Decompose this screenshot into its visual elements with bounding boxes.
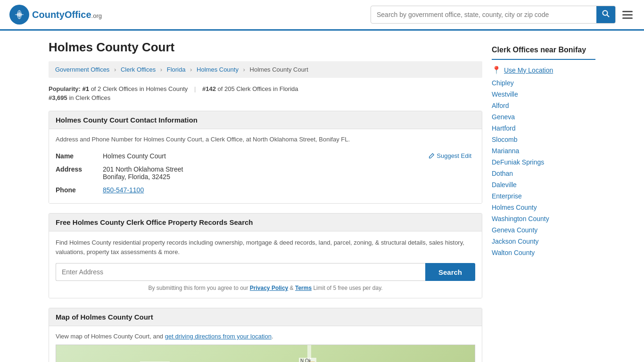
address-label: Address	[56, 163, 103, 183]
breadcrumb-holmes-county[interactable]: Holmes County	[197, 66, 239, 73]
global-search-input[interactable]	[371, 7, 596, 22]
use-my-location-link[interactable]: Use My Location	[504, 66, 553, 74]
map-marker: ▼	[307, 359, 317, 362]
sidebar-link-dothan[interactable]: Dothan	[492, 170, 595, 177]
map-section-header: Map of Holmes County Court	[49, 308, 482, 326]
main-container: Holmes County Court Government Offices ›…	[39, 31, 605, 362]
sidebar-link-holmes-county[interactable]: Holmes County	[492, 204, 595, 211]
breadcrumb-current: Holmes County Court	[250, 66, 308, 73]
directions-link[interactable]: get driving directions from your locatio…	[165, 333, 272, 340]
map-placeholder: N Ok... On Aging Inc ▼ Holmes County Cou…	[56, 345, 475, 362]
hamburger-line	[622, 17, 633, 19]
page-title: Holmes County Court	[49, 40, 482, 55]
logo-area: CountyOffice.org	[9, 5, 102, 25]
sidebar-link-geneva-county[interactable]: Geneva County	[492, 226, 595, 234]
breadcrumb-florida[interactable]: Florida	[167, 66, 186, 73]
contact-section-header: Holmes County Court Contact Information	[49, 111, 482, 129]
rank2-label: #142	[202, 85, 216, 92]
rank3: #3,695	[49, 94, 67, 101]
property-search-section: Free Holmes County Clerk Office Property…	[49, 213, 482, 298]
sidebar: Clerk Offices near Bonifay 📍 Use My Loca…	[492, 40, 595, 362]
sidebar-link-marianna[interactable]: Marianna	[492, 147, 595, 155]
hamburger-menu-button[interactable]	[620, 9, 635, 21]
table-row: Address 201 North Oklahoma Street Bonifa…	[56, 163, 475, 183]
form-disclaimer: By submitting this form you agree to our…	[56, 285, 475, 291]
global-search-wrapper	[371, 6, 616, 24]
popularity-label: Popularity:	[49, 85, 81, 92]
privacy-policy-link[interactable]: Privacy Policy	[250, 285, 288, 291]
logo-icon	[9, 5, 29, 25]
map-description: View map of Holmes County Court, and get…	[56, 333, 475, 340]
address-value: 201 North Oklahoma Street Bonifay, Flori…	[103, 163, 475, 183]
sidebar-link-westville[interactable]: Westville	[492, 90, 595, 98]
property-search-body: Find Holmes County residential property …	[49, 231, 482, 298]
popularity-row: Popularity: #1 of 2 Clerk Offices in Hol…	[49, 85, 482, 92]
sidebar-title: Clerk Offices near Bonifay	[492, 40, 595, 60]
rank1-context: of 2 Clerk Offices in Holmes County	[91, 85, 188, 92]
in-clerk-row: #3,695 in Clerk Offices	[49, 94, 482, 101]
sidebar-link-defuniak[interactable]: DeFuniak Springs	[492, 158, 595, 166]
sidebar-links: Chipley Westville Alford Geneva Hartford…	[492, 79, 595, 256]
map-section-body: View map of Holmes County Court, and get…	[49, 326, 482, 362]
table-row: Name Holmes County Court Suggest Edit	[56, 149, 475, 163]
name-value: Holmes County Court Suggest Edit	[103, 149, 475, 163]
rank2-context: of 205 Clerk Offices in Florida	[217, 85, 298, 92]
sidebar-link-slocomb[interactable]: Slocomb	[492, 136, 595, 143]
sidebar-link-geneva[interactable]: Geneva	[492, 113, 595, 121]
header: CountyOffice.org	[0, 0, 644, 31]
breadcrumb-clerk-offices[interactable]: Clerk Offices	[121, 66, 156, 73]
edit-icon	[428, 153, 435, 159]
table-row: Phone 850-547-1100	[56, 183, 475, 197]
property-description: Find Holmes County residential property …	[56, 238, 475, 256]
sidebar-link-daleville[interactable]: Daleville	[492, 181, 595, 189]
property-search-button[interactable]: Search	[425, 263, 475, 281]
sidebar-link-chipley[interactable]: Chipley	[492, 79, 595, 87]
hamburger-line	[622, 14, 633, 16]
contact-description: Address and Phone Number for Holmes Coun…	[56, 136, 475, 143]
sidebar-link-alford[interactable]: Alford	[492, 102, 595, 109]
name-label: Name	[56, 149, 103, 163]
phone-label: Phone	[56, 183, 103, 197]
global-search-button[interactable]	[596, 6, 615, 23]
sidebar-link-walton-county[interactable]: Walton County	[492, 249, 595, 256]
hamburger-line	[622, 11, 633, 12]
header-right	[371, 6, 635, 24]
contact-section: Holmes County Court Contact Information …	[49, 111, 482, 204]
sidebar-link-jackson-county[interactable]: Jackson County	[492, 238, 595, 245]
svg-line-4	[607, 15, 610, 17]
svg-point-3	[603, 11, 608, 16]
breadcrumb-gov-offices[interactable]: Government Offices	[55, 66, 109, 73]
logo-text: CountyOffice.org	[32, 9, 102, 20]
breadcrumb: Government Offices › Clerk Offices › Flo…	[49, 61, 482, 78]
content-area: Holmes County Court Government Offices ›…	[49, 40, 482, 362]
address-search-row: Search	[56, 263, 475, 281]
terms-link[interactable]: Terms	[295, 285, 312, 291]
contact-table: Name Holmes County Court Suggest Edit	[56, 149, 475, 197]
sidebar-link-enterprise[interactable]: Enterprise	[492, 192, 595, 200]
sidebar-link-hartford[interactable]: Hartford	[492, 124, 595, 132]
rank1: #1	[83, 85, 89, 92]
property-search-header: Free Holmes County Clerk Office Property…	[49, 214, 482, 231]
location-icon: 📍	[492, 66, 501, 74]
address-input[interactable]	[56, 263, 425, 281]
map-section: Map of Holmes County Court View map of H…	[49, 308, 482, 362]
phone-link[interactable]: 850-547-1100	[103, 186, 144, 194]
sidebar-link-washington-county[interactable]: Washington County	[492, 215, 595, 222]
phone-value: 850-547-1100	[103, 183, 475, 197]
rank3-context: in Clerk Offices	[69, 94, 110, 101]
search-icon	[602, 10, 610, 17]
suggest-edit-button[interactable]: Suggest Edit	[428, 152, 471, 159]
use-my-location-row: 📍 Use My Location	[492, 66, 595, 74]
contact-section-body: Address and Phone Number for Holmes Coun…	[49, 129, 482, 203]
